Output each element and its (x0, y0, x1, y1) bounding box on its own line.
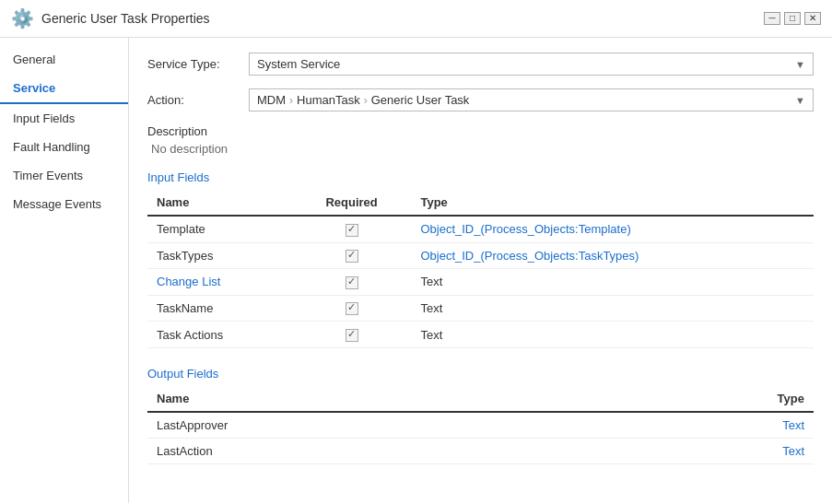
output-field-name: LastAction (147, 438, 590, 463)
input-field-name: TaskName (147, 295, 292, 322)
action-dropdown[interactable]: MDM › HumanTask › Generic User Task ▼ (249, 88, 814, 111)
sidebar-item-service[interactable]: Service (0, 74, 128, 104)
table-row: Task ActionsText (147, 322, 814, 348)
main-layout: General Service Input Fields Fault Handl… (0, 38, 832, 503)
service-type-dropdown[interactable]: System Service ▼ (249, 53, 814, 76)
breadcrumb-mdm: MDM (257, 93, 286, 107)
checkbox-checked (346, 302, 358, 315)
input-fields-title: Input Fields (147, 170, 814, 184)
table-row: TaskTypesObject_ID_(Process_Objects:Task… (147, 242, 814, 269)
breadcrumb-sep-2: › (364, 94, 368, 107)
output-fields-header-row: Name Type (147, 386, 814, 412)
input-field-required (292, 295, 412, 322)
service-type-row: Service Type: System Service ▼ (147, 53, 814, 76)
breadcrumb-generic-user-task: Generic User Task (371, 93, 470, 107)
table-row: LastApproverText (147, 412, 814, 439)
title-bar: ⚙️ Generic User Task Properties ─ □ ✕ (0, 0, 832, 38)
breadcrumb-humantask: HumanTask (297, 93, 360, 107)
output-field-name: LastApprover (147, 412, 590, 439)
sidebar-item-message-events[interactable]: Message Events (0, 190, 128, 218)
input-field-name: Template (147, 216, 292, 242)
action-breadcrumb: MDM › HumanTask › Generic User Task (257, 93, 469, 107)
table-row: LastActionText (147, 438, 814, 463)
output-fields-table: Name Type LastApproverTextLastActionText (147, 386, 814, 464)
service-type-value: System Service (257, 57, 340, 71)
checkbox-checked (346, 250, 358, 263)
checkbox-checked (346, 329, 358, 342)
sidebar-item-fault-handling[interactable]: Fault Handling (0, 133, 128, 161)
description-section: Description No description (147, 124, 814, 156)
input-type-header: Type (411, 190, 814, 216)
app-icon: ⚙️ (11, 7, 34, 29)
breadcrumb-sep-1: › (289, 94, 293, 107)
output-fields-section: Output Fields Name Type LastApproverText… (147, 367, 814, 464)
input-field-type: Text (411, 322, 814, 348)
service-type-arrow: ▼ (795, 59, 805, 70)
description-label: Description (147, 124, 814, 138)
service-type-control: System Service ▼ (249, 53, 814, 76)
table-row: TemplateObject_ID_(Process_Objects:Templ… (147, 216, 814, 242)
output-field-type: Text (590, 412, 814, 439)
sidebar: General Service Input Fields Fault Handl… (0, 38, 129, 503)
input-fields-header-row: Name Required Type (147, 190, 814, 216)
sidebar-item-general[interactable]: General (0, 45, 128, 74)
minimize-button[interactable]: ─ (764, 12, 780, 25)
input-field-type: Text (411, 269, 814, 296)
sidebar-item-timer-events[interactable]: Timer Events (0, 161, 128, 190)
close-button[interactable]: ✕ (804, 12, 821, 25)
output-name-header: Name (147, 386, 590, 412)
action-row: Action: MDM › HumanTask › Generic User T… (147, 88, 814, 111)
sidebar-item-input-fields[interactable]: Input Fields (0, 104, 128, 133)
input-field-name: TaskTypes (147, 242, 292, 269)
input-field-required (292, 322, 412, 348)
restore-button[interactable]: □ (784, 12, 801, 25)
service-type-label: Service Type: (147, 57, 249, 71)
action-control: MDM › HumanTask › Generic User Task ▼ (249, 88, 814, 111)
action-label: Action: (147, 93, 249, 107)
input-name-header: Name (147, 190, 292, 216)
output-field-type: Text (590, 438, 814, 463)
input-fields-table: Name Required Type TemplateObject_ID_(Pr… (147, 190, 814, 348)
output-type-header: Type (590, 386, 814, 412)
checkbox-checked (346, 276, 358, 289)
description-value: No description (147, 142, 814, 156)
table-row: Change ListText (147, 269, 814, 296)
input-field-required (292, 269, 412, 296)
input-field-required (292, 216, 412, 242)
input-field-name: Task Actions (147, 322, 292, 348)
window-controls[interactable]: ─ □ ✕ (764, 12, 821, 25)
input-fields-section: Input Fields Name Required Type Template… (147, 170, 814, 348)
input-field-type[interactable]: Object_ID_(Process_Objects:TaskTypes) (411, 242, 814, 269)
input-field-type: Text (411, 295, 814, 322)
input-field-type[interactable]: Object_ID_(Process_Objects:Template) (411, 216, 814, 242)
input-required-header: Required (292, 190, 412, 216)
input-field-required (292, 242, 412, 269)
window-title: Generic User Task Properties (41, 11, 210, 26)
content-area: Service Type: System Service ▼ Action: M… (129, 38, 832, 503)
output-fields-title: Output Fields (147, 367, 814, 381)
checkbox-checked (346, 224, 358, 237)
action-arrow: ▼ (795, 95, 805, 106)
input-field-name[interactable]: Change List (147, 269, 292, 296)
table-row: TaskNameText (147, 295, 814, 322)
